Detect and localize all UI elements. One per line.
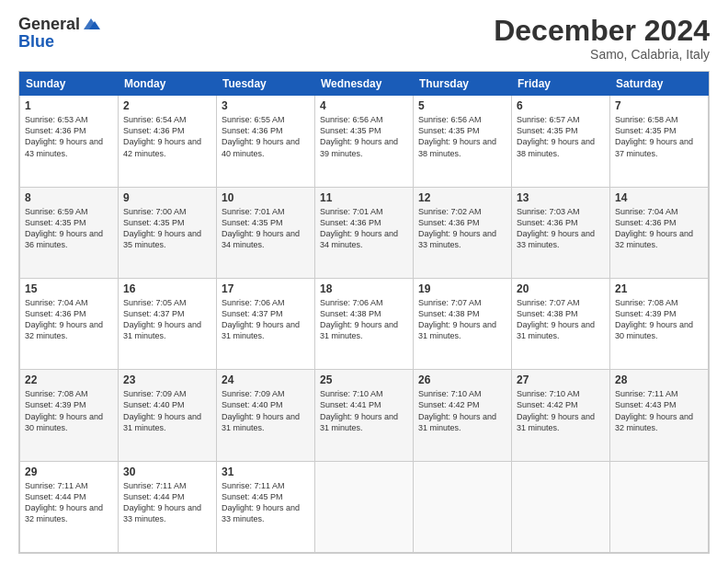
table-row: 14 Sunrise: 7:04 AMSunset: 4:36 PMDaylig… [610, 187, 709, 278]
day-info: Sunrise: 7:06 AMSunset: 4:38 PMDaylight:… [320, 297, 408, 342]
header-row: Sunday Monday Tuesday Wednesday Thursday… [20, 73, 709, 96]
day-info: Sunrise: 6:57 AMSunset: 4:35 PMDaylight:… [517, 114, 605, 159]
day-info: Sunrise: 7:08 AMSunset: 4:39 PMDaylight:… [25, 388, 113, 433]
title-block: December 2024 Samo, Calabria, Italy [494, 15, 710, 62]
col-friday: Friday [512, 73, 610, 96]
table-row: 7 Sunrise: 6:58 AMSunset: 4:35 PMDayligh… [610, 96, 709, 187]
header: General Blue December 2024 Samo, Calabri… [18, 15, 710, 62]
calendar-week-1: 1 Sunrise: 6:53 AMSunset: 4:36 PMDayligh… [20, 96, 709, 187]
table-row [414, 461, 512, 552]
logo-general: General [18, 15, 80, 34]
table-row [610, 461, 709, 552]
day-number: 14 [615, 191, 703, 204]
calendar-table: Sunday Monday Tuesday Wednesday Thursday… [19, 72, 709, 553]
col-saturday: Saturday [610, 73, 709, 96]
day-number: 29 [25, 465, 113, 478]
day-info: Sunrise: 6:53 AMSunset: 4:36 PMDaylight:… [25, 114, 113, 159]
day-info: Sunrise: 7:01 AMSunset: 4:36 PMDaylight:… [320, 206, 408, 251]
calendar: Sunday Monday Tuesday Wednesday Thursday… [18, 71, 710, 554]
location: Samo, Calabria, Italy [494, 47, 710, 62]
logo-icon [82, 17, 102, 31]
day-info: Sunrise: 7:11 AMSunset: 4:44 PMDaylight:… [123, 480, 211, 525]
day-number: 2 [123, 99, 211, 112]
day-info: Sunrise: 7:08 AMSunset: 4:39 PMDaylight:… [615, 297, 703, 342]
day-number: 26 [418, 373, 506, 386]
calendar-week-2: 8 Sunrise: 6:59 AMSunset: 4:35 PMDayligh… [20, 187, 709, 278]
table-row: 10 Sunrise: 7:01 AMSunset: 4:35 PMDaylig… [217, 187, 315, 278]
day-number: 19 [418, 282, 506, 295]
day-number: 28 [615, 373, 703, 386]
day-info: Sunrise: 7:06 AMSunset: 4:37 PMDaylight:… [222, 297, 310, 342]
col-wednesday: Wednesday [315, 73, 414, 96]
table-row: 16 Sunrise: 7:05 AMSunset: 4:37 PMDaylig… [119, 278, 217, 369]
table-row: 31 Sunrise: 7:11 AMSunset: 4:45 PMDaylig… [217, 461, 315, 552]
day-number: 13 [517, 191, 605, 204]
day-number: 15 [25, 282, 113, 295]
table-row: 11 Sunrise: 7:01 AMSunset: 4:36 PMDaylig… [315, 187, 414, 278]
day-number: 12 [418, 191, 506, 204]
table-row: 9 Sunrise: 7:00 AMSunset: 4:35 PMDayligh… [119, 187, 217, 278]
table-row: 29 Sunrise: 7:11 AMSunset: 4:44 PMDaylig… [20, 461, 119, 552]
day-number: 11 [320, 191, 408, 204]
table-row: 23 Sunrise: 7:09 AMSunset: 4:40 PMDaylig… [119, 370, 217, 461]
calendar-week-5: 29 Sunrise: 7:11 AMSunset: 4:44 PMDaylig… [20, 461, 709, 552]
table-row: 5 Sunrise: 6:56 AMSunset: 4:35 PMDayligh… [414, 96, 512, 187]
day-info: Sunrise: 6:56 AMSunset: 4:35 PMDaylight:… [418, 114, 506, 159]
table-row: 2 Sunrise: 6:54 AMSunset: 4:36 PMDayligh… [119, 96, 217, 187]
day-number: 6 [517, 99, 605, 112]
day-number: 16 [123, 282, 211, 295]
day-info: Sunrise: 7:09 AMSunset: 4:40 PMDaylight:… [123, 388, 211, 433]
table-row [315, 461, 414, 552]
day-number: 17 [222, 282, 310, 295]
table-row: 18 Sunrise: 7:06 AMSunset: 4:38 PMDaylig… [315, 278, 414, 369]
day-number: 3 [222, 99, 310, 112]
table-row: 28 Sunrise: 7:11 AMSunset: 4:43 PMDaylig… [610, 370, 709, 461]
table-row: 17 Sunrise: 7:06 AMSunset: 4:37 PMDaylig… [217, 278, 315, 369]
calendar-page: General Blue December 2024 Samo, Calabri… [0, 0, 728, 563]
table-row: 15 Sunrise: 7:04 AMSunset: 4:36 PMDaylig… [20, 278, 119, 369]
day-number: 4 [320, 99, 408, 112]
day-info: Sunrise: 7:10 AMSunset: 4:42 PMDaylight:… [517, 388, 605, 433]
day-info: Sunrise: 7:11 AMSunset: 4:45 PMDaylight:… [222, 480, 310, 525]
day-number: 21 [615, 282, 703, 295]
day-info: Sunrise: 7:05 AMSunset: 4:37 PMDaylight:… [123, 297, 211, 342]
col-monday: Monday [119, 73, 217, 96]
day-number: 5 [418, 99, 506, 112]
day-number: 22 [25, 373, 113, 386]
day-number: 31 [222, 465, 310, 478]
day-info: Sunrise: 7:02 AMSunset: 4:36 PMDaylight:… [418, 206, 506, 251]
table-row [512, 461, 610, 552]
day-number: 9 [123, 191, 211, 204]
table-row: 4 Sunrise: 6:56 AMSunset: 4:35 PMDayligh… [315, 96, 414, 187]
day-info: Sunrise: 6:58 AMSunset: 4:35 PMDaylight:… [615, 114, 703, 159]
day-number: 30 [123, 465, 211, 478]
day-number: 20 [517, 282, 605, 295]
table-row: 12 Sunrise: 7:02 AMSunset: 4:36 PMDaylig… [414, 187, 512, 278]
day-info: Sunrise: 7:09 AMSunset: 4:40 PMDaylight:… [222, 388, 310, 433]
table-row: 3 Sunrise: 6:55 AMSunset: 4:36 PMDayligh… [217, 96, 315, 187]
day-number: 23 [123, 373, 211, 386]
day-number: 8 [25, 191, 113, 204]
day-info: Sunrise: 7:11 AMSunset: 4:44 PMDaylight:… [25, 480, 113, 525]
col-thursday: Thursday [414, 73, 512, 96]
day-info: Sunrise: 7:03 AMSunset: 4:36 PMDaylight:… [517, 206, 605, 251]
day-info: Sunrise: 7:07 AMSunset: 4:38 PMDaylight:… [517, 297, 605, 342]
day-info: Sunrise: 7:10 AMSunset: 4:42 PMDaylight:… [418, 388, 506, 433]
day-info: Sunrise: 7:07 AMSunset: 4:38 PMDaylight:… [418, 297, 506, 342]
col-sunday: Sunday [20, 73, 119, 96]
table-row: 19 Sunrise: 7:07 AMSunset: 4:38 PMDaylig… [414, 278, 512, 369]
table-row: 24 Sunrise: 7:09 AMSunset: 4:40 PMDaylig… [217, 370, 315, 461]
day-info: Sunrise: 7:04 AMSunset: 4:36 PMDaylight:… [25, 297, 113, 342]
calendar-week-3: 15 Sunrise: 7:04 AMSunset: 4:36 PMDaylig… [20, 278, 709, 369]
day-number: 25 [320, 373, 408, 386]
day-number: 27 [517, 373, 605, 386]
table-row: 1 Sunrise: 6:53 AMSunset: 4:36 PMDayligh… [20, 96, 119, 187]
month-title: December 2024 [494, 15, 710, 47]
day-number: 7 [615, 99, 703, 112]
day-number: 18 [320, 282, 408, 295]
table-row: 25 Sunrise: 7:10 AMSunset: 4:41 PMDaylig… [315, 370, 414, 461]
logo-blue: Blue [18, 32, 54, 52]
day-info: Sunrise: 6:55 AMSunset: 4:36 PMDaylight:… [222, 114, 310, 159]
day-number: 1 [25, 99, 113, 112]
table-row: 13 Sunrise: 7:03 AMSunset: 4:36 PMDaylig… [512, 187, 610, 278]
